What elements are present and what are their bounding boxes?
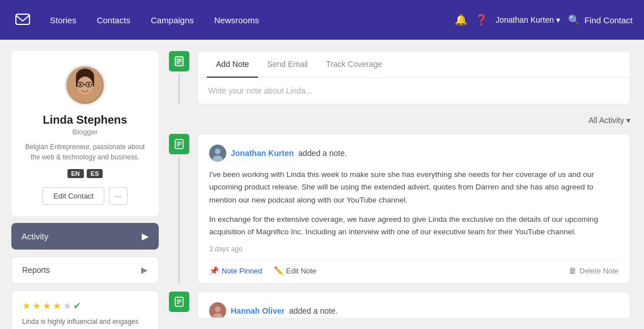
right-panel: Add Note Send Email Track Coverage Write… xyxy=(169,51,633,318)
note-2-timeline-item: Hannah Oliver added a note. xyxy=(169,292,630,318)
nav-stories[interactable]: Stories xyxy=(40,11,87,29)
nav-contacts[interactable]: Contacts xyxy=(87,11,141,29)
star-1: ★ xyxy=(22,300,31,312)
note-edit-button[interactable]: ✏️ Edit Note xyxy=(274,266,316,275)
svg-point-21 xyxy=(215,149,221,154)
nav-newsrooms[interactable]: Newsrooms xyxy=(204,11,269,29)
contact-role: Blogger xyxy=(73,128,98,136)
notification-bell-icon[interactable]: 🔔 xyxy=(455,14,467,26)
note-1-body-1: I've been working with Linda this week t… xyxy=(209,168,618,206)
lang-tag-es: ES xyxy=(87,169,103,178)
svg-rect-0 xyxy=(16,14,29,24)
note-delete-button[interactable]: 🗑 Delete Note xyxy=(569,266,618,275)
all-activity-row: All Activity ▾ xyxy=(169,112,630,126)
reports-chevron-icon: ▶ xyxy=(141,265,148,275)
all-activity-chevron-icon: ▾ xyxy=(626,116,630,125)
rating-card: ★ ★ ★ ★ ★ ✔ Linda is highly influencial … xyxy=(11,290,159,329)
note-2-avatar xyxy=(209,302,226,318)
note-1-avatar xyxy=(209,145,226,162)
note-1-action: added a note. xyxy=(298,149,347,158)
note-card-2: Hannah Oliver added a note. xyxy=(197,292,630,318)
lang-tag-en: EN xyxy=(67,169,84,178)
reports-label: Reports xyxy=(22,265,50,275)
note-2-author[interactable]: Hannah Oliver xyxy=(231,306,285,315)
profile-actions: Edit Contact ··· xyxy=(43,187,128,205)
note-tabs-row: Add Note Send Email Track Coverage xyxy=(198,52,630,78)
star-5: ★ xyxy=(63,300,71,312)
timeline-col-2 xyxy=(169,134,189,284)
note-icon-1 xyxy=(169,51,189,71)
svg-point-10 xyxy=(88,83,90,86)
user-chevron-icon: ▾ xyxy=(556,15,560,24)
tab-track-coverage[interactable]: Track Coverage xyxy=(317,52,391,78)
svg-point-28 xyxy=(215,306,221,312)
find-contact-label: Find Contact xyxy=(584,15,633,25)
user-menu[interactable]: Jonathan Kurten ▾ xyxy=(495,15,560,24)
pin-label: Note Pinned xyxy=(222,267,262,275)
main-layout: Linda Stephens Blogger Belgian Entrepren… xyxy=(0,40,644,329)
activity-card[interactable]: Activity ▶ xyxy=(11,223,159,250)
note-1-timeline-item: Jonathan Kurten added a note. I've been … xyxy=(169,134,630,284)
add-note-card: Add Note Send Email Track Coverage Write… xyxy=(197,51,630,104)
note-1-body-2: In exchange for the extensive coverage, … xyxy=(209,213,618,239)
delete-label: Delete Note xyxy=(579,267,618,275)
svg-point-9 xyxy=(79,83,82,86)
note-2-action: added a note. xyxy=(289,306,338,315)
star-2: ★ xyxy=(32,300,41,312)
trash-icon: 🗑 xyxy=(569,266,577,275)
left-panel: Linda Stephens Blogger Belgian Entrepren… xyxy=(11,51,159,318)
activity-chevron-icon: ▶ xyxy=(142,231,149,242)
more-options-button[interactable]: ··· xyxy=(109,187,128,205)
rating-text: Linda is highly influencial and engages … xyxy=(22,317,148,329)
star-3: ★ xyxy=(43,300,51,312)
tab-send-email[interactable]: Send Email xyxy=(258,52,317,78)
note-1-author[interactable]: Jonathan Kurten xyxy=(231,149,294,158)
star-rating: ★ ★ ★ ★ ★ ✔ xyxy=(22,300,148,312)
all-activity-label: All Activity xyxy=(588,116,624,125)
note-1-actions-row: 📌 Note Pinned ✏️ Edit Note 🗑 Delete Note xyxy=(209,260,618,275)
timeline-line-2 xyxy=(179,157,180,284)
profile-card: Linda Stephens Blogger Belgian Entrepren… xyxy=(11,51,159,216)
note-1-author-row: Jonathan Kurten added a note. xyxy=(209,145,618,162)
help-icon[interactable]: ❓ xyxy=(475,14,488,26)
note-icon-3 xyxy=(169,292,189,312)
topnav-right: 🔔 ❓ Jonathan Kurten ▾ 🔍 Find Contact xyxy=(455,14,633,26)
edit-label: Edit Note xyxy=(286,267,316,275)
note-icon-2 xyxy=(169,134,189,154)
user-name: Jonathan Kurten xyxy=(495,15,554,24)
add-note-timeline-item: Add Note Send Email Track Coverage Write… xyxy=(169,51,630,104)
language-tags: EN ES xyxy=(67,169,103,178)
topnav: Stories Contacts Campaigns Newsrooms 🔔 ❓… xyxy=(0,0,644,40)
search-icon: 🔍 xyxy=(568,14,580,26)
app-logo[interactable] xyxy=(11,9,34,31)
star-4: ★ xyxy=(53,300,61,312)
contact-name: Linda Stephens xyxy=(43,113,128,126)
note-textarea-wrap[interactable]: Write your note about Linda... xyxy=(198,78,630,104)
edit-icon: ✏️ xyxy=(274,266,283,275)
contact-bio: Belgian Entrepreneur, passionate about t… xyxy=(23,142,147,162)
rating-check-icon: ✔ xyxy=(73,300,81,312)
timeline-col-3 xyxy=(169,292,189,318)
edit-contact-button[interactable]: Edit Contact xyxy=(43,187,104,205)
pin-icon: 📌 xyxy=(209,266,219,275)
note-2-author-row: Hannah Oliver added a note. xyxy=(209,302,618,318)
nav-links: Stories Contacts Campaigns Newsrooms xyxy=(40,11,455,29)
timeline-line-1 xyxy=(179,74,180,104)
avatar xyxy=(65,65,105,106)
reports-card[interactable]: Reports ▶ xyxy=(11,256,159,284)
note-placeholder: Write your note about Linda... xyxy=(208,86,312,95)
activity-label: Activity xyxy=(22,231,49,241)
all-activity-filter[interactable]: All Activity ▾ xyxy=(588,116,630,125)
tab-add-note[interactable]: Add Note xyxy=(207,52,258,78)
find-contact-search[interactable]: 🔍 Find Contact xyxy=(568,14,633,26)
timeline-col-1 xyxy=(169,51,189,104)
nav-campaigns[interactable]: Campaigns xyxy=(141,11,204,29)
note-pin-button[interactable]: 📌 Note Pinned xyxy=(209,266,262,275)
note-1-timestamp: 3 days ago xyxy=(209,245,618,253)
note-card-1: Jonathan Kurten added a note. I've been … xyxy=(197,134,630,284)
